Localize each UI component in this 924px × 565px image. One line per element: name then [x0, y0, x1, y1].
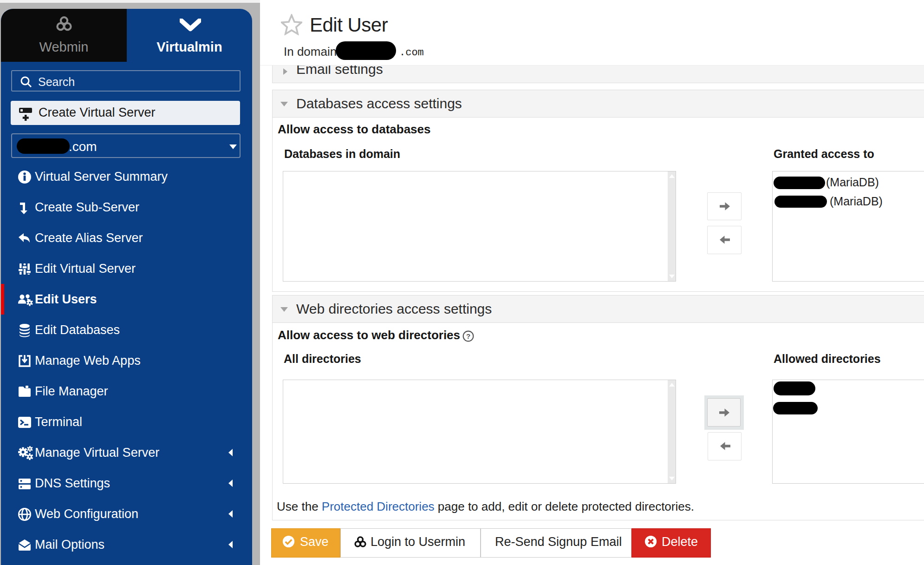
svg-text:?: ?: [466, 332, 470, 340]
